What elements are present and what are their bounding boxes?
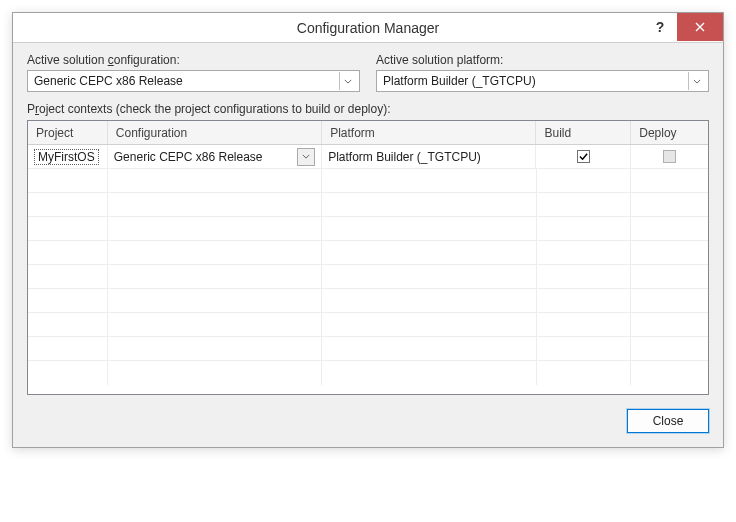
project-name: MyFirstOS: [34, 149, 99, 165]
active-platform-label: Active solution platform:: [376, 53, 709, 67]
window-title: Configuration Manager: [13, 20, 723, 36]
project-contexts-label: Project contexts (check the project conf…: [27, 102, 709, 116]
project-cell[interactable]: MyFirstOS: [28, 145, 108, 168]
deploy-cell: [631, 145, 708, 168]
project-contexts-grid: Project Configuration Platform Build Dep…: [27, 120, 709, 395]
active-configuration-value: Generic CEPC x86 Release: [34, 74, 335, 88]
header-configuration[interactable]: Configuration: [108, 121, 322, 144]
table-row: MyFirstOS Generic CEPC x86 Release Platf…: [28, 145, 708, 169]
chevron-down-icon: [688, 72, 704, 90]
close-icon: [695, 22, 705, 32]
configuration-manager-dialog: Configuration Manager ? Active solution …: [12, 12, 724, 448]
titlebar: Configuration Manager ?: [13, 13, 723, 43]
chevron-down-icon[interactable]: [297, 148, 315, 166]
active-configuration-label: Active solution configuration:: [27, 53, 360, 67]
header-platform[interactable]: Platform: [322, 121, 536, 144]
active-platform-group: Active solution platform: Platform Build…: [376, 53, 709, 92]
dialog-content: Active solution configuration: Generic C…: [13, 43, 723, 447]
header-project[interactable]: Project: [28, 121, 108, 144]
close-window-button[interactable]: [677, 13, 723, 41]
close-button[interactable]: Close: [627, 409, 709, 433]
top-row: Active solution configuration: Generic C…: [27, 53, 709, 92]
active-platform-dropdown[interactable]: Platform Builder (_TGTCPU): [376, 70, 709, 92]
titlebar-buttons: ?: [643, 13, 723, 41]
row-configuration-value: Generic CEPC x86 Release: [114, 150, 293, 164]
row-platform-value: Platform Builder (_TGTCPU): [328, 150, 481, 164]
grid-header: Project Configuration Platform Build Dep…: [28, 121, 708, 145]
header-build[interactable]: Build: [536, 121, 631, 144]
configuration-cell[interactable]: Generic CEPC x86 Release: [108, 145, 322, 168]
build-checkbox[interactable]: [577, 150, 590, 163]
dialog-footer: Close: [27, 395, 709, 433]
build-cell[interactable]: [536, 145, 631, 168]
chevron-down-icon: [339, 72, 355, 90]
active-platform-value: Platform Builder (_TGTCPU): [383, 74, 684, 88]
deploy-checkbox: [663, 150, 676, 163]
grid-body: MyFirstOS Generic CEPC x86 Release Platf…: [28, 145, 708, 394]
help-button[interactable]: ?: [643, 13, 677, 41]
header-deploy[interactable]: Deploy: [631, 121, 708, 144]
platform-cell[interactable]: Platform Builder (_TGTCPU): [322, 145, 536, 168]
active-configuration-dropdown[interactable]: Generic CEPC x86 Release: [27, 70, 360, 92]
active-configuration-group: Active solution configuration: Generic C…: [27, 53, 360, 92]
